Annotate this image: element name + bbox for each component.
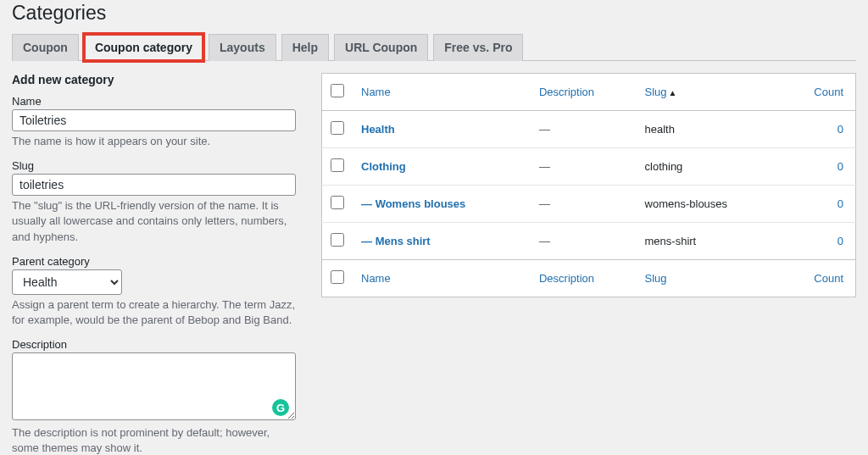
row-checkbox[interactable] xyxy=(331,121,344,135)
row-description: — xyxy=(539,160,550,173)
table-row: — Womens blouses — womens-blouses 0 xyxy=(322,186,856,223)
tab-layouts[interactable]: Layouts xyxy=(209,34,276,61)
col-slug-footer[interactable]: Slug xyxy=(645,272,667,285)
row-slug: clothing xyxy=(637,148,782,186)
col-description-header[interactable]: Description xyxy=(539,86,594,98)
col-name-footer[interactable]: Name xyxy=(361,272,391,285)
row-slug: health xyxy=(637,111,782,148)
row-name-link[interactable]: Clothing xyxy=(361,160,406,173)
page-title: Categories xyxy=(12,0,856,33)
row-description: — xyxy=(539,197,550,210)
slug-input[interactable] xyxy=(12,174,296,196)
row-checkbox[interactable] xyxy=(331,233,344,247)
name-input[interactable] xyxy=(12,109,296,131)
name-label: Name xyxy=(12,95,296,108)
tabs: Coupon Coupon category Layouts Help URL … xyxy=(12,33,856,61)
slug-desc: The "slug" is the URL-friendly version o… xyxy=(12,198,296,245)
row-slug: mens-shirt xyxy=(637,223,782,260)
add-category-form: Add new category Name The name is how it… xyxy=(12,73,296,455)
row-count-link[interactable]: 0 xyxy=(837,235,843,247)
row-checkbox[interactable] xyxy=(331,196,344,209)
tab-free-vs-pro[interactable]: Free vs. Pro xyxy=(433,34,523,61)
tab-coupon-category[interactable]: Coupon category xyxy=(84,34,203,61)
table-row: Health — health 0 xyxy=(322,111,856,148)
table-row: — Mens shirt — mens-shirt 0 xyxy=(322,223,856,260)
row-count-link[interactable]: 0 xyxy=(837,123,843,136)
categories-table: Name Description Slug▲ Count Health — he… xyxy=(321,73,856,297)
tab-url-coupon[interactable]: URL Coupon xyxy=(334,34,428,61)
row-name-link[interactable]: Health xyxy=(361,123,395,136)
col-count-header[interactable]: Count xyxy=(814,86,843,98)
row-name-link[interactable]: — Mens shirt xyxy=(361,235,431,247)
parent-select[interactable]: Health xyxy=(12,269,122,295)
name-desc: The name is how it appears on your site. xyxy=(12,134,296,149)
parent-label: Parent category xyxy=(12,255,296,268)
sort-asc-icon: ▲ xyxy=(669,88,677,97)
table-row: Clothing — clothing 0 xyxy=(322,148,856,186)
row-description: — xyxy=(539,123,550,136)
col-description-footer[interactable]: Description xyxy=(539,272,594,285)
row-description: — xyxy=(539,235,550,247)
description-textarea[interactable] xyxy=(12,352,296,420)
tab-help[interactable]: Help xyxy=(281,34,329,61)
row-count-link[interactable]: 0 xyxy=(837,197,843,210)
col-name-header[interactable]: Name xyxy=(361,86,391,98)
parent-desc: Assign a parent term to create a hierarc… xyxy=(12,297,296,328)
tab-coupon[interactable]: Coupon xyxy=(12,34,79,61)
row-name-link[interactable]: — Womens blouses xyxy=(361,197,465,210)
row-count-link[interactable]: 0 xyxy=(837,160,843,173)
col-slug-header[interactable]: Slug xyxy=(645,86,667,98)
description-label: Description xyxy=(12,338,296,351)
col-count-footer[interactable]: Count xyxy=(814,272,843,285)
select-all-bottom[interactable] xyxy=(331,270,344,284)
select-all-top[interactable] xyxy=(331,84,344,97)
slug-label: Slug xyxy=(12,159,296,172)
description-desc: The description is not prominent by defa… xyxy=(12,425,296,455)
form-section-title: Add new category xyxy=(12,73,296,86)
row-slug: womens-blouses xyxy=(637,186,782,223)
row-checkbox[interactable] xyxy=(331,158,344,172)
